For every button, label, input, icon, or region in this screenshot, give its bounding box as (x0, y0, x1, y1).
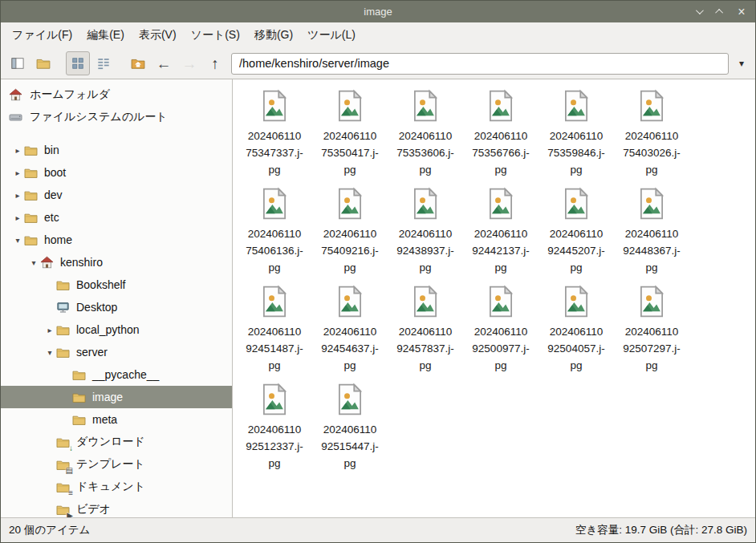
file-item[interactable]: 202406110 92438937.j- pg (388, 182, 463, 280)
minimize-button[interactable] (693, 6, 704, 18)
image-file-icon (484, 283, 518, 320)
file-item[interactable]: 202406110 75406136.j- pg (237, 182, 312, 280)
file-item[interactable]: 202406110 75409216.j- pg (312, 182, 388, 280)
file-item[interactable]: 202406110 75403026.j- pg (614, 84, 689, 182)
tree-item-label: local_python (76, 323, 140, 336)
file-item[interactable]: 202406110 75356766.j- pg (463, 84, 539, 182)
up-button[interactable]: ↑ (203, 51, 227, 75)
home-folder-icon (130, 55, 146, 71)
icon-view-button[interactable] (66, 51, 90, 75)
back-button[interactable]: ← (152, 51, 176, 75)
tree-item[interactable]: Desktop (1, 296, 232, 318)
tree-item[interactable]: ↓ダウンロード (1, 431, 232, 453)
tree-item[interactable]: ▸bin (1, 139, 232, 161)
menu-edit[interactable]: 編集(E) (79, 23, 132, 47)
new-window-button[interactable] (31, 51, 55, 75)
file-item[interactable]: 202406110 75350417.j- pg (312, 84, 388, 182)
tree-item[interactable]: ▾kenshiro (1, 251, 232, 274)
file-item[interactable]: 202406110 75353606.j- pg (388, 84, 463, 182)
image-file-icon (484, 87, 518, 124)
file-item[interactable]: 202406110 92442137.j- pg (463, 182, 539, 280)
toolbar-buttons: ←→↑ (6, 51, 227, 75)
file-name: 202406110 92515447.j- pg (321, 421, 378, 472)
path-bar (231, 53, 729, 75)
tree-item[interactable]: ≡ドキュメント (1, 476, 232, 498)
tree-item[interactable]: Bookshelf (1, 274, 232, 296)
image-file-icon (408, 185, 442, 222)
menu-tools[interactable]: ツール(L) (300, 23, 363, 47)
file-item[interactable]: 202406110 92451487.j- pg (237, 280, 312, 378)
new-tab-button[interactable] (6, 51, 30, 75)
desktop-icon (55, 300, 71, 315)
home-button[interactable] (126, 51, 150, 75)
folder-icon (23, 188, 39, 203)
list-view-icon (96, 55, 112, 71)
image-file-icon (258, 185, 291, 222)
maximize-button[interactable] (714, 6, 726, 18)
file-item[interactable]: 202406110 92500977.j- pg (463, 280, 539, 378)
document-folder-icon-emblem: ≡ (68, 489, 73, 497)
path-dropdown-button[interactable]: ▾ (733, 51, 750, 75)
tree-item-label: bin (44, 144, 59, 156)
expander-expanded-icon[interactable]: ▾ (12, 236, 23, 245)
file-item[interactable]: 202406110 92448367.j- pg (614, 182, 689, 280)
file-item[interactable]: 202406110 75347337.j- pg (237, 84, 312, 182)
tree-item-label: __pycache__ (92, 368, 159, 381)
expander-collapsed-icon[interactable]: ▸ (12, 213, 23, 222)
tree-item[interactable]: image (1, 386, 232, 408)
chevron-down-icon (695, 6, 703, 14)
file-item[interactable]: 202406110 92515447.j- pg (312, 378, 388, 476)
menu-go[interactable]: 移動(G) (247, 23, 300, 47)
tree-item[interactable]: ▤テンプレート (1, 453, 232, 476)
file-name: 202406110 75406136.j- pg (246, 225, 303, 276)
tree-item-label: boot (44, 166, 66, 179)
tree-item[interactable]: ▾home (1, 229, 232, 251)
expander-collapsed-icon[interactable]: ▸ (12, 168, 23, 177)
place-home-folder[interactable]: ホームフォルダ (1, 83, 232, 106)
tree-item-label: etc (44, 211, 59, 224)
tree-item[interactable]: ▾server (1, 341, 232, 363)
file-item[interactable]: 202406110 75359846.j- pg (539, 84, 614, 182)
tree-item[interactable]: ▸etc (1, 206, 232, 229)
close-button[interactable]: × (736, 6, 747, 18)
place-filesystem-root[interactable]: ファイルシステムのルート (1, 106, 232, 128)
file-item[interactable]: 202406110 92457837.j- pg (388, 280, 463, 378)
file-item[interactable]: 202406110 92445207.j- pg (539, 182, 614, 280)
file-item[interactable]: 202406110 92504057.j- pg (539, 280, 614, 378)
download-folder-icon: ↓ (55, 435, 71, 450)
places-list: ホームフォルダファイルシステムのルート (1, 83, 232, 128)
tree-item[interactable]: ▸local_python (1, 318, 232, 341)
content: ホームフォルダファイルシステムのルート ▸bin▸boot▸dev▸etc▾ho… (1, 79, 755, 517)
path-input[interactable] (231, 53, 729, 75)
expander-expanded-icon[interactable]: ▾ (44, 348, 55, 357)
expander-expanded-icon[interactable]: ▾ (28, 258, 39, 267)
tree-item-label: テンプレート (76, 457, 145, 472)
expander-collapsed-icon[interactable]: ▸ (12, 146, 23, 155)
expander-collapsed-icon[interactable]: ▸ (44, 326, 55, 334)
forward-button[interactable]: → (177, 51, 201, 75)
image-file-icon (258, 87, 291, 124)
window-controls: × (693, 1, 747, 22)
file-name: 202406110 92507297.j- pg (623, 323, 680, 374)
file-name: 202406110 75353606.j- pg (396, 128, 453, 178)
folder-icon (55, 345, 71, 360)
file-item[interactable]: 202406110 92512337.j- pg (237, 378, 312, 476)
file-item[interactable]: 202406110 92454637.j- pg (312, 280, 388, 378)
file-item[interactable]: 202406110 92507297.j- pg (614, 280, 689, 378)
expander-collapsed-icon[interactable]: ▸ (12, 191, 23, 200)
arrow-left-icon: ← (156, 56, 172, 71)
tree-item[interactable]: ▸boot (1, 161, 232, 184)
titlebar[interactable]: image × (1, 1, 755, 22)
menu-sort[interactable]: ソート(S) (184, 23, 247, 47)
compact-view-button[interactable] (91, 51, 116, 75)
menu-file[interactable]: ファイル(F) (5, 23, 79, 47)
folder-icon (23, 210, 39, 225)
place-label: ホームフォルダ (30, 87, 110, 102)
tree-item[interactable]: ▶ビデオ (1, 498, 232, 517)
menu-view[interactable]: 表示(V) (132, 23, 184, 47)
tree-item[interactable]: meta (1, 408, 232, 431)
tree-item[interactable]: __pycache__ (1, 363, 232, 386)
tree-item[interactable]: ▸dev (1, 184, 232, 206)
toolbar: ←→↑ ▾ (1, 48, 755, 79)
file-name: 202406110 92448367.j- pg (623, 225, 680, 276)
